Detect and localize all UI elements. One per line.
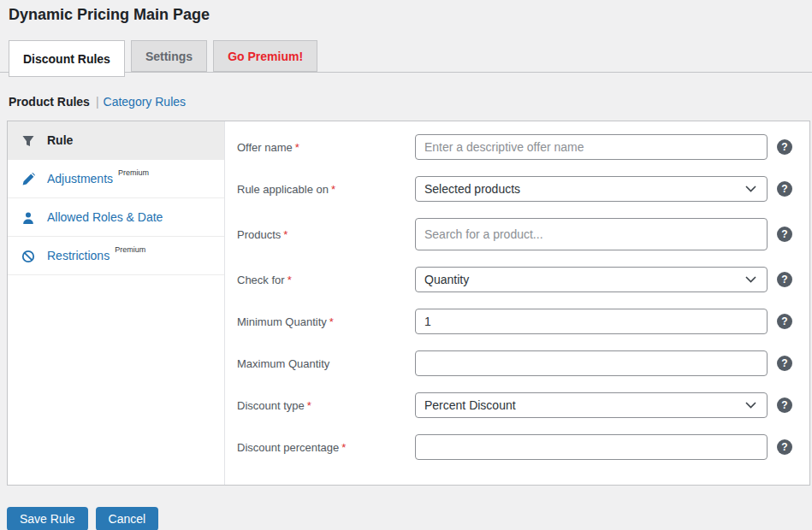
save-rule-button[interactable]: Save Rule <box>7 507 88 530</box>
required-marker: * <box>307 399 311 412</box>
field-label: Offer name <box>237 141 293 154</box>
tab-settings[interactable]: Settings <box>131 40 207 72</box>
sidebar-item-label: Rule <box>47 133 73 147</box>
check-for-select[interactable]: Quantity <box>415 267 768 292</box>
subnav-product-rules[interactable]: Product Rules <box>9 95 90 109</box>
filter-icon <box>21 134 35 148</box>
field-label: Minimum Quantity <box>237 315 327 328</box>
cancel-button[interactable]: Cancel <box>96 507 159 530</box>
sidebar-item-adjustments[interactable]: Adjustments Premium <box>8 160 224 198</box>
field-label: Discount percentage <box>237 441 339 454</box>
sidebar-item-allowed-roles-date[interactable]: Allowed Roles & Date <box>8 198 224 237</box>
product-search-input[interactable] <box>415 218 768 250</box>
rule-sections-sidebar: Rule Adjustments Premium Allowed Roles &… <box>8 121 225 485</box>
subnav-separator: | <box>96 95 99 109</box>
form-row-discount-type: Discount type* Percent Discount <box>237 392 792 418</box>
discount-percentage-input[interactable] <box>415 434 768 460</box>
help-icon[interactable] <box>777 181 792 197</box>
help-icon[interactable] <box>777 314 792 329</box>
form-actions: Save Rule Cancel <box>7 507 812 530</box>
rule-form: Offer name* Rule applicable on* Selected… <box>225 121 809 485</box>
subnav-category-rules[interactable]: Category Rules <box>104 95 187 109</box>
rule-editor-panel: Rule Adjustments Premium Allowed Roles &… <box>7 121 810 486</box>
tab-bar: Discount Rules Settings Go Premium! <box>0 40 812 77</box>
page-title: Dynamic Pricing Main Page <box>0 0 812 24</box>
discount-type-select[interactable]: Percent Discount <box>415 392 768 418</box>
offer-name-input[interactable] <box>415 134 768 160</box>
field-label: Rule applicable on <box>237 183 329 196</box>
rule-applicable-on-select[interactable]: Selected products <box>415 176 768 202</box>
block-icon <box>21 250 35 263</box>
form-row-offer-name: Offer name* <box>237 134 792 160</box>
chevron-down-icon <box>745 402 756 409</box>
rules-subnav: Product Rules | Category Rules <box>9 95 812 109</box>
pencil-icon <box>21 173 35 186</box>
select-value: Selected products <box>424 182 520 196</box>
form-row-check-for: Check for* Quantity <box>237 267 792 292</box>
sidebar-item-label: Restrictions <box>47 249 110 262</box>
field-label: Products <box>237 228 281 241</box>
help-icon[interactable] <box>777 139 792 155</box>
premium-badge: Premium <box>115 245 145 254</box>
help-icon[interactable] <box>777 439 792 455</box>
help-icon[interactable] <box>777 227 792 242</box>
maximum-quantity-input[interactable] <box>415 350 768 376</box>
select-value: Percent Discount <box>424 398 516 412</box>
help-icon[interactable] <box>777 398 792 413</box>
field-label: Check for <box>237 274 285 286</box>
user-icon <box>21 211 35 225</box>
tab-discount-rules[interactable]: Discount Rules <box>9 40 125 77</box>
required-marker: * <box>329 315 334 328</box>
field-label: Discount type <box>237 399 305 412</box>
sidebar-item-rule[interactable]: Rule <box>8 121 224 160</box>
chevron-down-icon <box>745 276 756 283</box>
form-row-maximum-quantity: Maximum Quantity <box>237 350 792 376</box>
form-row-rule-applicable-on: Rule applicable on* Selected products <box>237 176 792 202</box>
required-marker: * <box>341 441 346 454</box>
required-marker: * <box>287 274 292 286</box>
select-value: Quantity <box>424 273 469 286</box>
help-icon[interactable] <box>777 356 792 371</box>
sidebar-item-label: Allowed Roles & Date <box>47 210 163 224</box>
sidebar-item-restrictions[interactable]: Restrictions Premium <box>8 237 224 275</box>
field-label: Maximum Quantity <box>237 357 329 370</box>
tab-go-premium[interactable]: Go Premium! <box>213 40 317 72</box>
minimum-quantity-input[interactable] <box>415 309 768 334</box>
form-row-products: Products* <box>237 218 792 250</box>
chevron-down-icon <box>745 186 756 192</box>
form-row-minimum-quantity: Minimum Quantity* <box>237 309 792 334</box>
sidebar-item-label: Adjustments <box>47 172 113 186</box>
required-marker: * <box>295 141 299 154</box>
form-row-discount-percentage: Discount percentage* <box>237 434 792 460</box>
required-marker: * <box>283 228 287 241</box>
required-marker: * <box>331 183 335 196</box>
help-icon[interactable] <box>777 272 792 287</box>
premium-badge: Premium <box>118 168 149 177</box>
